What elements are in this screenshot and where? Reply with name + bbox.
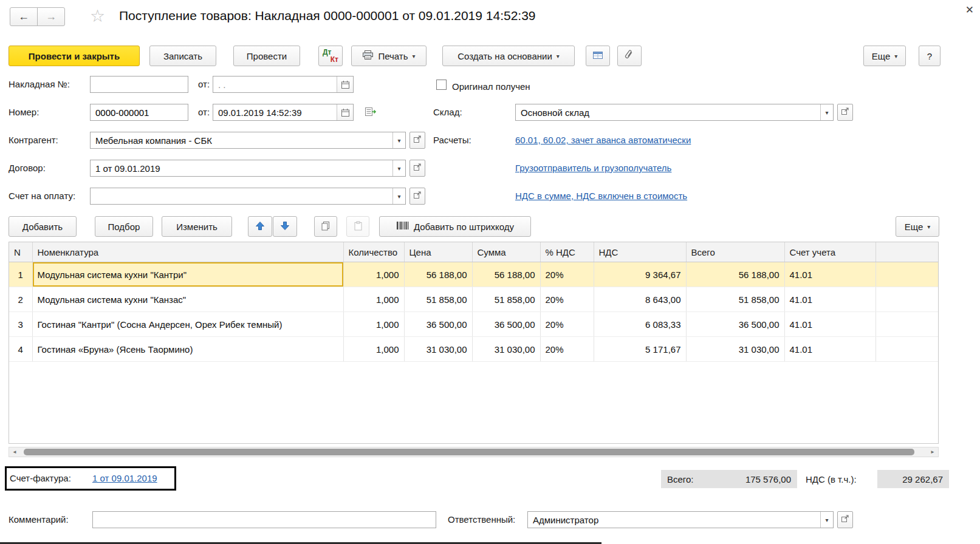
cell-sum[interactable]: 36 500,00 [472, 312, 540, 337]
cell-account[interactable]: 41.01 [784, 312, 875, 337]
original-received-checkbox[interactable] [436, 80, 447, 90]
cell-sum[interactable]: 56 188,00 [472, 262, 540, 287]
add-by-barcode-button[interactable]: Добавить по штрихкоду [379, 216, 531, 237]
chevron-down-icon[interactable]: ▾ [392, 132, 405, 148]
close-icon[interactable]: ✕ [965, 4, 974, 16]
cell-vat-rate[interactable]: 20% [540, 287, 594, 312]
attachments-button[interactable] [617, 46, 642, 66]
cell-quantity[interactable]: 1,000 [343, 312, 404, 337]
cell-quantity[interactable]: 1,000 [343, 337, 404, 362]
comment-input[interactable] [92, 511, 436, 528]
write-button[interactable]: Записать [149, 46, 216, 66]
payment-invoice-open-button[interactable] [409, 188, 425, 205]
related-list-icon[interactable] [365, 107, 377, 119]
paste-rows-button[interactable] [346, 216, 369, 237]
cell-vat[interactable]: 9 364,67 [594, 262, 686, 287]
more-button[interactable]: Еще ▾ [863, 46, 906, 66]
cell-vat[interactable]: 5 171,67 [594, 337, 686, 362]
calendar-icon[interactable] [337, 76, 353, 92]
cell-total[interactable]: 31 030,00 [686, 337, 784, 362]
cell-price[interactable]: 51 858,00 [404, 287, 472, 312]
consignor-link[interactable]: Грузоотправитель и грузополучатель [515, 160, 671, 177]
edit-row-button[interactable]: Изменить [162, 216, 232, 237]
cell-n[interactable]: 1 [9, 262, 32, 287]
responsible-open-button[interactable] [837, 511, 853, 528]
cell-n[interactable]: 3 [9, 312, 32, 337]
cell-price[interactable]: 36 500,00 [404, 312, 472, 337]
help-button[interactable]: ? [919, 46, 941, 66]
table-row[interactable]: 2 Модульная система кухни "Канзас" 1,000… [9, 287, 939, 312]
chevron-down-icon[interactable]: ▾ [392, 160, 405, 176]
payment-invoice-field[interactable]: ▾ [90, 188, 406, 205]
paste-icon [354, 221, 363, 233]
favorite-star-icon[interactable]: ☆ [90, 6, 105, 26]
warehouse-open-button[interactable] [837, 104, 853, 121]
scrollbar-thumb[interactable] [24, 449, 914, 455]
move-down-button[interactable] [273, 216, 297, 237]
cell-account[interactable]: 41.01 [784, 287, 875, 312]
chevron-down-icon[interactable]: ▾ [820, 104, 833, 120]
cell-blank[interactable] [875, 312, 939, 337]
forward-button[interactable]: → [37, 7, 65, 26]
table-more-button[interactable]: Еще ▾ [896, 216, 939, 237]
cell-vat-rate[interactable]: 20% [540, 312, 594, 337]
cell-total[interactable]: 51 858,00 [686, 287, 784, 312]
create-based-on-button[interactable]: Создать на основании ▾ [442, 46, 575, 66]
cell-nomenclature[interactable]: Модульная система кухни "Канзас" [32, 287, 343, 312]
invoice-date-field[interactable]: . . [213, 76, 354, 93]
back-button[interactable]: ← [10, 7, 38, 26]
cell-vat[interactable]: 6 083,33 [594, 312, 686, 337]
cell-account[interactable]: 41.01 [784, 262, 875, 287]
post-and-close-button[interactable]: Провести и закрыть [9, 46, 140, 66]
scroll-left-icon[interactable]: ◄ [9, 447, 20, 457]
add-row-button[interactable]: Добавить [9, 216, 77, 237]
horizontal-scrollbar[interactable]: ◄ ► [9, 447, 939, 457]
cell-account[interactable]: 41.01 [784, 337, 875, 362]
cell-blank[interactable] [875, 287, 939, 312]
cell-blank[interactable] [875, 337, 939, 362]
tax-invoice-link[interactable]: 1 от 09.01.2019 [92, 470, 157, 487]
cell-n[interactable]: 4 [9, 337, 32, 362]
move-up-button[interactable] [248, 216, 272, 237]
counterparty-field[interactable]: Мебельная компания - СБК ▾ [90, 132, 406, 149]
cell-price[interactable]: 56 188,00 [404, 262, 472, 287]
cell-sum[interactable]: 31 030,00 [472, 337, 540, 362]
contract-open-button[interactable] [409, 160, 425, 177]
cell-sum[interactable]: 51 858,00 [472, 287, 540, 312]
cell-nomenclature[interactable]: Гостиная "Кантри" (Сосна Андерсен, Орех … [32, 312, 343, 337]
counterparty-open-button[interactable] [409, 132, 425, 149]
dtkt-postings-button[interactable]: Дт Кт [318, 46, 343, 66]
calendar-icon[interactable] [337, 104, 353, 120]
cell-price[interactable]: 31 030,00 [404, 337, 472, 362]
table-row[interactable]: 3 Гостиная "Кантри" (Сосна Андерсен, Оре… [9, 312, 939, 337]
contract-field[interactable]: 1 от 09.01.2019 ▾ [90, 160, 406, 177]
cell-quantity[interactable]: 1,000 [343, 262, 404, 287]
document-movements-button[interactable] [586, 46, 610, 66]
print-button[interactable]: Печать ▾ [351, 46, 427, 66]
number-input[interactable] [90, 104, 188, 121]
cell-vat-rate[interactable]: 20% [540, 337, 594, 362]
cell-total[interactable]: 56 188,00 [686, 262, 784, 287]
cell-quantity[interactable]: 1,000 [343, 287, 404, 312]
table-row[interactable]: 1 Модульная система кухни "Кантри" 1,000… [9, 262, 939, 287]
cell-total[interactable]: 36 500,00 [686, 312, 784, 337]
responsible-field[interactable]: Администратор ▾ [527, 511, 834, 528]
cell-n[interactable]: 2 [9, 287, 32, 312]
number-date-field[interactable]: 09.01.2019 14:52:39 [213, 104, 354, 121]
settlements-link[interactable]: 60.01, 60.02, зачет аванса автоматически [515, 132, 691, 149]
copy-rows-button[interactable] [314, 216, 337, 237]
vat-settings-link[interactable]: НДС в сумме, НДС включен в стоимость [515, 188, 687, 205]
chevron-down-icon[interactable]: ▾ [820, 512, 833, 528]
pick-button[interactable]: Подбор [95, 216, 153, 237]
chevron-down-icon[interactable]: ▾ [392, 188, 405, 204]
warehouse-field[interactable]: Основной склад ▾ [515, 104, 834, 121]
cell-nomenclature[interactable]: Модульная система кухни "Кантри" [32, 262, 343, 287]
scroll-right-icon[interactable]: ► [927, 447, 938, 457]
cell-blank[interactable] [875, 262, 939, 287]
cell-vat-rate[interactable]: 20% [540, 262, 594, 287]
post-button[interactable]: Провести [233, 46, 300, 66]
invoice-no-input[interactable] [90, 76, 188, 93]
cell-vat[interactable]: 8 643,00 [594, 287, 686, 312]
cell-nomenclature[interactable]: Гостиная «Бруна» (Ясень Таормино) [32, 337, 343, 362]
table-row[interactable]: 4 Гостиная «Бруна» (Ясень Таормино) 1,00… [9, 337, 939, 362]
